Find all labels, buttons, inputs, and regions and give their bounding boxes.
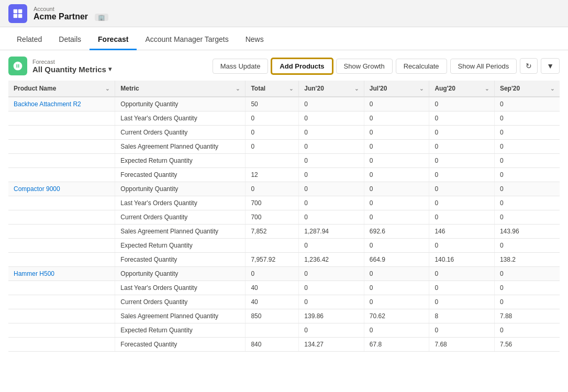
account-title: Acme Partner 🏢 [34, 12, 108, 21]
col-header-metric[interactable]: Metric ⌄ [115, 81, 246, 97]
cell-period-value: 0 [364, 182, 429, 196]
product-link[interactable]: Compactor 9000 [14, 185, 60, 193]
cell-period-value: 0 [299, 267, 364, 281]
cell-product-name [8, 239, 115, 253]
cell-period-value: 0 [494, 126, 560, 140]
cell-product-name[interactable]: Backhoe Attachment R2 [8, 97, 115, 111]
cell-total: 700 [246, 196, 299, 210]
table-row: Sales Agreement Planned Quantity00000 [8, 140, 560, 154]
cell-period-value: 0 [364, 295, 429, 309]
table-header-row: Product Name ⌄ Metric ⌄ Total ⌄ [8, 81, 560, 97]
cell-period-value: 0 [494, 323, 560, 338]
cell-period-value: 134.27 [299, 338, 364, 352]
cell-period-value: 0 [299, 210, 364, 225]
cell-metric-name: Expected Return Quantity [115, 239, 246, 253]
col-header-sep20[interactable]: Sep'20 ⌄ [494, 81, 560, 97]
tab-news[interactable]: News [237, 30, 272, 50]
tab-related[interactable]: Related [8, 30, 50, 50]
svg-rect-1 [18, 9, 23, 13]
cell-metric-name: Forecasted Quantity [115, 253, 246, 267]
cell-period-value: 0 [364, 168, 429, 182]
cell-period-value: 0 [364, 239, 429, 253]
cell-metric-name: Forecasted Quantity [115, 338, 246, 352]
cell-metric-name: Last Year's Orders Quantity [115, 281, 246, 295]
cell-product-name [8, 253, 115, 267]
table-row: Sales Agreement Planned Quantity7,8521,2… [8, 225, 560, 239]
recalculate-button[interactable]: Recalculate [396, 59, 447, 74]
show-growth-button[interactable]: Show Growth [336, 59, 393, 74]
col-header-aug20[interactable]: Aug'20 ⌄ [429, 81, 495, 97]
table-row: Forecasted Quantity120000 [8, 168, 560, 182]
tab-details[interactable]: Details [50, 30, 90, 50]
cell-metric-name: Sales Agreement Planned Quantity [115, 225, 246, 239]
forecast-label: Forecast [32, 59, 112, 65]
cell-product-name[interactable]: Compactor 9000 [8, 182, 115, 196]
forecast-section: Forecast All Quantity Metrics ▾ Mass Upd… [0, 50, 568, 352]
cell-metric-name: Current Orders Quantity [115, 295, 246, 309]
product-link[interactable]: Backhoe Attachment R2 [14, 100, 81, 108]
sort-icon-jul20: ⌄ [419, 86, 424, 92]
cell-period-value: 0 [364, 210, 429, 225]
cell-metric-name: Current Orders Quantity [115, 126, 246, 140]
cell-period-value: 0 [494, 140, 560, 154]
cell-total: 700 [246, 210, 299, 225]
tab-account-manager-targets[interactable]: Account Manager Targets [137, 30, 237, 50]
cell-product-name[interactable]: Hammer H500 [8, 267, 115, 281]
table-row: Current Orders Quantity00000 [8, 126, 560, 140]
cell-period-value: 0 [299, 295, 364, 309]
col-header-total[interactable]: Total ⌄ [246, 81, 299, 97]
col-header-jun20[interactable]: Jun'20 ⌄ [299, 81, 364, 97]
cell-period-value: 0 [299, 126, 364, 140]
cell-period-value: 0 [429, 154, 495, 168]
cell-period-value: 0 [299, 281, 364, 295]
cell-period-value: 0 [429, 140, 495, 154]
cell-product-name [8, 210, 115, 225]
sort-icon-aug20: ⌄ [485, 86, 489, 92]
add-products-button[interactable]: Add Products [271, 58, 332, 74]
cell-period-value: 8 [429, 309, 495, 323]
cell-period-value: 0 [494, 196, 560, 210]
cell-period-value: 1,236.42 [299, 253, 364, 267]
svg-rect-0 [14, 9, 18, 13]
col-header-jul20[interactable]: Jul'20 ⌄ [364, 81, 429, 97]
account-badge[interactable]: 🏢 [95, 14, 108, 21]
sort-icon-sep20: ⌄ [550, 86, 554, 92]
table-row: Current Orders Quantity7000000 [8, 210, 560, 225]
cell-period-value: 146 [429, 225, 495, 239]
table-row: Expected Return Quantity0000 [8, 323, 560, 338]
cell-period-value: 140.16 [429, 253, 495, 267]
col-header-product[interactable]: Product Name ⌄ [8, 81, 115, 97]
forecast-table-container: Product Name ⌄ Metric ⌄ Total ⌄ [8, 81, 560, 352]
refresh-button[interactable]: ↻ [520, 58, 538, 74]
cell-product-name [8, 111, 115, 126]
cell-period-value: 0 [494, 281, 560, 295]
cell-period-value: 0 [364, 126, 429, 140]
cell-period-value: 0 [299, 97, 364, 111]
tab-forecast[interactable]: Forecast [90, 30, 137, 50]
cell-metric-name: Last Year's Orders Quantity [115, 111, 246, 126]
cell-product-name [8, 338, 115, 352]
cell-total [246, 323, 299, 338]
show-all-periods-button[interactable]: Show All Periods [450, 59, 517, 74]
table-row: Forecasted Quantity7,957.921,236.42664.9… [8, 253, 560, 267]
filter-button[interactable]: ▼ [541, 58, 560, 74]
product-link[interactable]: Hammer H500 [14, 270, 54, 277]
cell-total: 40 [246, 281, 299, 295]
cell-product-name [8, 323, 115, 338]
cell-period-value: 0 [429, 323, 495, 338]
cell-product-name [8, 140, 115, 154]
cell-period-value: 0 [299, 323, 364, 338]
cell-period-value: 0 [494, 267, 560, 281]
cell-total: 0 [246, 111, 299, 126]
svg-rect-3 [18, 14, 23, 18]
cell-total: 50 [246, 97, 299, 111]
svg-rect-2 [14, 14, 18, 18]
cell-total: 7,957.92 [246, 253, 299, 267]
mass-update-button[interactable]: Mass Update [213, 59, 269, 74]
cell-metric-name: Sales Agreement Planned Quantity [115, 140, 246, 154]
cell-total: 0 [246, 267, 299, 281]
cell-period-value: 0 [299, 168, 364, 182]
forecast-title[interactable]: All Quantity Metrics ▾ [32, 65, 112, 74]
cell-period-value: 0 [364, 323, 429, 338]
cell-period-value: 0 [494, 97, 560, 111]
